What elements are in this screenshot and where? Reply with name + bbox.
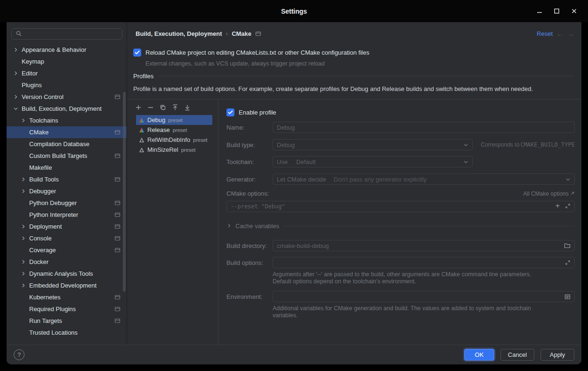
cache-variables-toggle[interactable]: Cache variables (226, 223, 575, 230)
build-options-field (273, 257, 575, 268)
sidebar-item-plugins[interactable]: Plugins (7, 79, 127, 91)
sidebar-item-cmake[interactable]: CMake (7, 126, 127, 138)
sidebar-item-label: Toolchains (29, 117, 58, 124)
environment-row: Environment: (226, 291, 575, 302)
copy-profile-button[interactable] (159, 104, 167, 111)
section-divider (158, 76, 574, 76)
chevron-down-icon (459, 159, 468, 165)
sidebar-item-run-targets[interactable]: Run Targets (7, 315, 127, 327)
sidebar-item-trusted-locations[interactable]: Trusted Locations (7, 327, 127, 338)
sidebar-item-console[interactable]: Console (7, 232, 127, 244)
chevron-right-icon[interactable] (21, 189, 29, 194)
sidebar-item-keymap[interactable]: Keymap (7, 56, 127, 67)
build-type-label: Build type: (226, 141, 273, 148)
move-down-button[interactable] (184, 104, 191, 111)
build-directory-label: Build directory: (226, 242, 273, 249)
sidebar-item-dynamic-analysis-tools[interactable]: Dynamic Analysis Tools (7, 268, 127, 280)
cmake-logo-icon (139, 137, 145, 143)
back-arrow[interactable]: ← (556, 30, 564, 38)
sidebar-item-build-execution-deployment[interactable]: Build, Execution, Deployment (7, 103, 127, 115)
profile-item-relwithdebinfo[interactable]: RelWithDebInfopreset (136, 135, 212, 145)
project-settings-icon (114, 247, 121, 253)
apply-button[interactable]: Apply (540, 349, 574, 361)
chevron-down-icon[interactable] (13, 106, 22, 111)
chevron-right-icon[interactable] (13, 94, 22, 99)
chevron-right-icon[interactable] (21, 224, 29, 229)
help-button[interactable]: ? (14, 349, 24, 360)
chevron-right-icon[interactable] (13, 71, 22, 76)
project-settings-icon (114, 223, 121, 230)
sidebar-item-required-plugins[interactable]: Required Plugins (7, 303, 127, 315)
sidebar-item-label: Build Tools (29, 176, 59, 183)
sidebar-item-compilation-database[interactable]: Compilation Database (7, 138, 127, 150)
toolchain-label: Toolchain: (226, 158, 273, 165)
chevron-right-icon[interactable] (21, 236, 29, 241)
cmake-options-row: --preset "Debug" (226, 201, 575, 212)
close-button[interactable] (571, 8, 578, 15)
sidebar-item-label: Build, Execution, Deployment (22, 105, 102, 112)
profile-tag: preset (168, 117, 183, 123)
cancel-button[interactable]: Cancel (500, 349, 534, 361)
sidebar-item-toolchains[interactable]: Toolchains (7, 115, 127, 126)
cmake-logo-icon (139, 147, 145, 153)
add-profile-button[interactable] (135, 104, 142, 111)
sidebar-item-python-interpreter[interactable]: Python Interpreter (7, 209, 127, 221)
chevron-right-icon[interactable] (21, 118, 29, 123)
project-settings-icon (114, 306, 121, 312)
chevron-right-icon[interactable] (21, 271, 29, 276)
sidebar-item-debugger[interactable]: Debugger (7, 185, 127, 197)
profile-item-minsizerel[interactable]: MinSizeRelpreset (136, 145, 212, 155)
sidebar-item-label: Appearance & Behavior (22, 46, 86, 53)
reset-link[interactable]: Reset (537, 30, 553, 37)
sidebar-item-custom-build-targets[interactable]: Custom Build Targets (7, 150, 127, 162)
sidebar-item-kubernetes[interactable]: Kubernetes (7, 291, 127, 303)
sidebar-item-label: Embedded Development (29, 282, 97, 289)
project-settings-icon (255, 31, 261, 37)
cmake-options-label-row: CMake options: All CMake options (226, 190, 575, 197)
sidebar-item-makefile[interactable]: Makefile (7, 162, 127, 173)
forward-arrow[interactable]: → (567, 30, 574, 38)
sidebar-item-label: Console (29, 235, 52, 242)
maximize-button[interactable] (553, 8, 560, 15)
reload-checkbox-label: Reload CMake project on editing CMakeLis… (145, 49, 369, 56)
add-macro-icon (555, 203, 561, 210)
search-input[interactable] (11, 28, 122, 40)
sidebar-item-version-control[interactable]: Version Control (7, 91, 127, 103)
sidebar-item-label: Deployment (29, 223, 62, 230)
chevron-right-icon[interactable] (21, 283, 29, 288)
move-up-button[interactable] (171, 104, 179, 111)
profile-item-release[interactable]: Releasepreset (136, 125, 212, 135)
project-settings-icon (114, 176, 121, 182)
chevron-right-icon[interactable] (21, 259, 29, 264)
sidebar-item-label: Trusted Locations (29, 329, 78, 336)
build-options-label: Build options: (226, 259, 273, 266)
chevron-down-icon (562, 177, 571, 182)
breadcrumb-parent[interactable]: Build, Execution, Deployment (136, 30, 222, 37)
sidebar-item-python-debugger[interactable]: Python Debugger (7, 197, 127, 209)
sidebar-item-appearance-behavior[interactable]: Appearance & Behavior (7, 44, 127, 56)
all-cmake-options-link[interactable]: All CMake options (523, 190, 575, 197)
enable-profile-checkbox[interactable] (226, 108, 234, 116)
ok-button[interactable]: OK (464, 349, 494, 361)
reload-checkbox[interactable] (133, 49, 141, 57)
profile-item-debug[interactable]: Debugpreset (136, 115, 212, 125)
folder-icon (564, 243, 571, 248)
settings-content: Build, Execution, Deployment › CMake Res… (128, 22, 581, 345)
generator-secondary: Don't pass any generator explicitly (334, 176, 427, 183)
build-directory-value: cmake-build-debug (277, 242, 329, 249)
environment-hint: Additional variables for CMake generatio… (273, 305, 536, 319)
sidebar-item-build-tools[interactable]: Build Tools (7, 173, 127, 185)
remove-profile-button[interactable] (147, 104, 154, 111)
sidebar-item-label: Required Plugins (29, 305, 76, 313)
sidebar-item-editor[interactable]: Editor (7, 67, 127, 79)
sidebar-item-label: CMake (29, 129, 48, 136)
expand-icon (565, 203, 571, 210)
sidebar-item-coverage[interactable]: Coverage (7, 244, 127, 256)
minimize-button[interactable] (536, 8, 543, 15)
chevron-right-icon[interactable] (13, 47, 22, 52)
sidebar-item-deployment[interactable]: Deployment (7, 221, 127, 232)
sidebar-scrollbar[interactable] (123, 92, 126, 292)
sidebar-item-embedded-development[interactable]: Embedded Development (7, 280, 127, 291)
chevron-right-icon[interactable] (21, 177, 29, 182)
sidebar-item-docker[interactable]: Docker (7, 256, 127, 268)
